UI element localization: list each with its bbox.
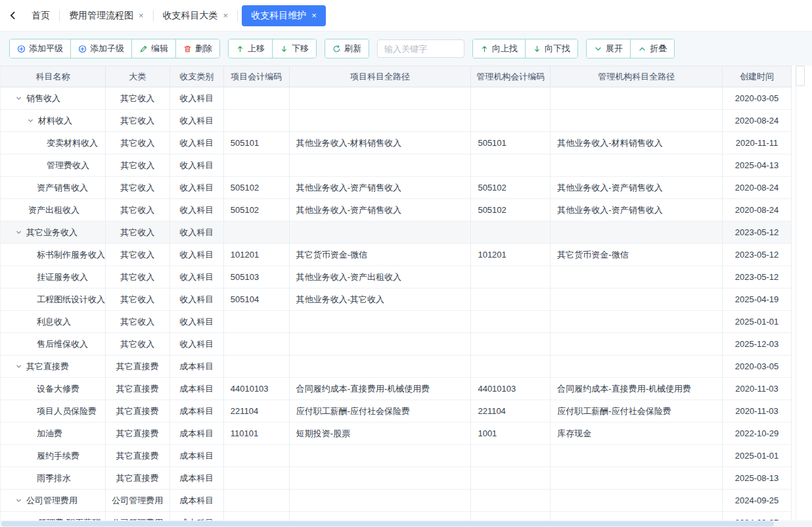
cell-proj_path[interactable] <box>290 445 472 467</box>
cell-proj_path[interactable] <box>290 355 472 378</box>
cell-subject-name[interactable]: 挂证服务收入 <box>1 266 106 288</box>
cell-proj_code[interactable] <box>224 221 290 244</box>
cell-mgmt_code[interactable]: 221104 <box>471 400 551 423</box>
cell-proj_code[interactable]: 101201 <box>224 244 290 266</box>
cell-created[interactable]: 2023-05-12 <box>723 244 792 266</box>
cell-proj_code[interactable]: 505101 <box>224 132 290 154</box>
table-row[interactable]: 项目人员保险费其它直接费成本科目221104应付职工薪酬-应付社会保险费2211… <box>1 400 792 423</box>
cell-category[interactable]: 其它直接费 <box>106 355 170 378</box>
cell-subject-name[interactable]: 雨季排水 <box>1 467 106 490</box>
cell-io_type[interactable]: 成本科目 <box>170 400 224 423</box>
cell-proj_path[interactable]: 其他业务收入-材料销售收入 <box>290 132 472 154</box>
chevron-down-button-展开[interactable]: 展开 <box>587 39 630 58</box>
cell-mgmt_code[interactable] <box>471 333 551 355</box>
cell-mgmt_path[interactable] <box>551 87 723 110</box>
vertical-scrollbar-thumb[interactable] <box>796 66 805 86</box>
tab-close-icon[interactable]: × <box>139 11 144 20</box>
table-row[interactable]: 利息收入其它收入收入科目2025-01-01 <box>1 311 792 333</box>
cell-mgmt_path[interactable] <box>551 490 723 512</box>
cell-io_type[interactable]: 成本科目 <box>170 490 224 512</box>
cell-category[interactable]: 其它收入 <box>106 333 170 355</box>
cell-mgmt_code[interactable]: 101201 <box>471 244 551 266</box>
cell-subject-name[interactable]: 标书制作服务收入 <box>1 244 106 266</box>
cell-created[interactable]: 2024-09-27 <box>723 512 792 521</box>
cell-proj_path[interactable]: 其他业务收入-资产销售收入 <box>290 199 472 221</box>
cell-mgmt_code[interactable] <box>471 355 551 378</box>
table-row[interactable]: 材料收入其它收入收入科目2020-08-24 <box>1 110 792 132</box>
table-row[interactable]: 标书制作服务收入其它收入收入科目101201其它货币资金-微信101201其它货… <box>1 244 792 266</box>
cell-created[interactable]: 2025-01-01 <box>723 445 792 467</box>
cell-created[interactable]: 2025-04-13 <box>723 154 792 177</box>
cell-mgmt_path[interactable] <box>551 512 723 521</box>
cell-mgmt_path[interactable]: 其他业务收入-资产销售收入 <box>551 199 723 221</box>
table-row[interactable]: 设备大修费其它直接费成本科目44010103合同履约成本-直接费用-机械使用费4… <box>1 378 792 400</box>
cell-mgmt_path[interactable] <box>551 110 723 132</box>
tab-3[interactable]: 收支科目维护× <box>242 5 326 26</box>
cell-category[interactable]: 其它收入 <box>106 177 170 199</box>
cell-subject-name[interactable]: 变卖材料收入 <box>1 132 106 154</box>
cell-io_type[interactable]: 收入科目 <box>170 110 224 132</box>
column-header-3[interactable]: 项目会计编码 <box>224 66 290 87</box>
horizontal-scrollbar[interactable] <box>0 520 812 527</box>
tree-caret-down-icon[interactable] <box>15 229 22 236</box>
cell-category[interactable]: 其它直接费 <box>106 400 170 423</box>
cell-created[interactable]: 2023-05-12 <box>723 266 792 288</box>
cell-proj_code[interactable] <box>224 467 290 490</box>
cell-proj_path[interactable] <box>290 333 472 355</box>
cell-proj_path[interactable]: 短期投资-股票 <box>290 423 472 445</box>
cell-category[interactable]: 公司管理费用 <box>106 490 170 512</box>
cell-mgmt_code[interactable] <box>471 311 551 333</box>
cell-subject-name[interactable]: 其它直接费 <box>1 355 106 378</box>
cell-mgmt_code[interactable] <box>471 266 551 288</box>
cell-proj_code[interactable] <box>224 355 290 378</box>
cell-created[interactable]: 2025-12-03 <box>723 333 792 355</box>
cell-mgmt_path[interactable] <box>551 445 723 467</box>
cell-category[interactable]: 其它收入 <box>106 221 170 244</box>
cell-proj_code[interactable] <box>224 311 290 333</box>
cell-subject-name[interactable]: 售后维保收入 <box>1 333 106 355</box>
trash-button-删除[interactable]: 删除 <box>175 39 219 58</box>
cell-io_type[interactable]: 收入科目 <box>170 288 224 311</box>
table-row[interactable]: 管理费-职工薪酬公司管理费用成本科目2024-09-27 <box>1 512 792 521</box>
cell-mgmt_code[interactable]: 505101 <box>471 132 551 154</box>
cell-proj_path[interactable]: 其他业务收入-其它收入 <box>290 288 472 311</box>
cell-subject-name[interactable]: 工程图纸设计收入 <box>1 288 106 311</box>
cell-io_type[interactable]: 收入科目 <box>170 177 224 199</box>
cell-subject-name[interactable]: 资产出租收入 <box>1 199 106 221</box>
cell-io_type[interactable]: 收入科目 <box>170 154 224 177</box>
chevron-up-button-折叠[interactable]: 折叠 <box>630 39 674 58</box>
table-row[interactable]: 售后维保收入其它收入收入科目2025-12-03 <box>1 333 792 355</box>
cell-mgmt_path[interactable] <box>551 333 723 355</box>
cell-mgmt_code[interactable]: 505102 <box>471 177 551 199</box>
column-header-2[interactable]: 收支类别 <box>170 66 224 87</box>
column-header-7[interactable]: 创建时间 <box>723 66 792 87</box>
cell-mgmt_path[interactable] <box>551 355 723 378</box>
cell-mgmt_code[interactable] <box>471 512 551 521</box>
cell-proj_path[interactable] <box>290 467 472 490</box>
column-header-4[interactable]: 项目科目全路径 <box>290 66 472 87</box>
cell-mgmt_code[interactable] <box>471 154 551 177</box>
cell-mgmt_path[interactable]: 库存现金 <box>551 423 723 445</box>
cell-proj_code[interactable] <box>224 333 290 355</box>
cell-proj_code[interactable]: 110101 <box>224 423 290 445</box>
cell-subject-name[interactable]: 管理费-职工薪酬 <box>1 512 106 521</box>
cell-subject-name[interactable]: 材料收入 <box>1 110 106 132</box>
cell-io_type[interactable]: 成本科目 <box>170 512 224 521</box>
vertical-scrollbar[interactable] <box>792 66 805 520</box>
cell-subject-name[interactable]: 利息收入 <box>1 311 106 333</box>
tree-caret-down-icon[interactable] <box>15 363 22 370</box>
cell-io_type[interactable]: 收入科目 <box>170 311 224 333</box>
cell-created[interactable]: 2020-08-24 <box>723 110 792 132</box>
cell-category[interactable]: 其它直接费 <box>106 423 170 445</box>
cell-proj_path[interactable] <box>290 512 472 521</box>
cell-mgmt_path[interactable]: 合同履约成本-直接费用-机械使用费 <box>551 378 723 400</box>
cell-io_type[interactable]: 成本科目 <box>170 467 224 490</box>
cell-io_type[interactable]: 成本科目 <box>170 378 224 400</box>
table-row[interactable]: 资产出租收入其它收入收入科目505102其他业务收入-资产销售收入505102其… <box>1 199 792 221</box>
cell-proj_code[interactable]: 505103 <box>224 266 290 288</box>
table-row[interactable]: 其它业务收入其它收入收入科目2023-05-12 <box>1 221 792 244</box>
arrow-down-button-向下找[interactable]: 向下找 <box>525 39 577 58</box>
circle-plus-button-添加平级[interactable]: 添加平级 <box>10 39 70 58</box>
cell-mgmt_path[interactable]: 应付职工薪酬-应付社会保险费 <box>551 400 723 423</box>
cell-category[interactable]: 其它收入 <box>106 311 170 333</box>
